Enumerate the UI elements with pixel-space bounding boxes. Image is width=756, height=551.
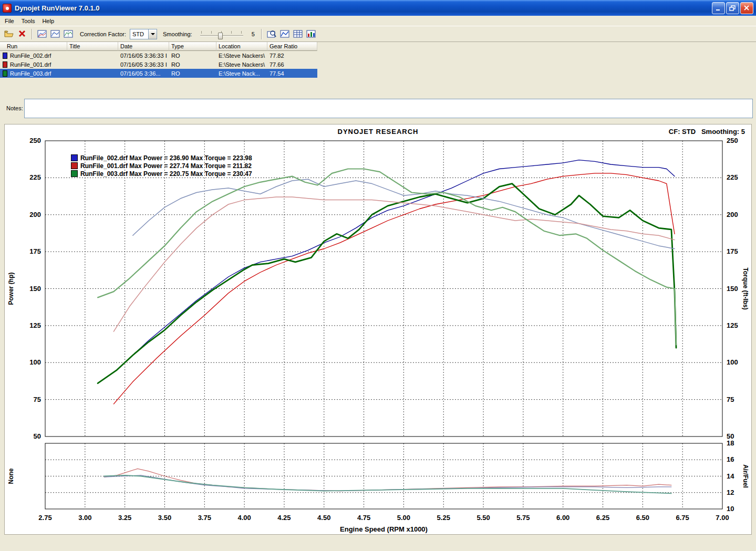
table-row[interactable]: RunFile_003.drf07/16/05 3:36...ROE:\Stev…	[0, 69, 317, 78]
svg-text:4.00: 4.00	[237, 514, 251, 522]
smoothing-slider[interactable]	[199, 29, 244, 39]
svg-text:225: 225	[727, 173, 738, 181]
stack-graph-button[interactable]	[63, 28, 74, 40]
svg-text:10: 10	[727, 505, 734, 513]
restore-button[interactable]	[726, 2, 739, 14]
svg-text:75: 75	[34, 396, 41, 403]
legend-swatch	[71, 154, 78, 161]
svg-text:3.00: 3.00	[78, 514, 91, 522]
table-cell: 07/16/05 3:36...	[118, 69, 169, 78]
svg-text:200: 200	[29, 211, 41, 219]
svg-text:6.50: 6.50	[636, 514, 649, 522]
table-row[interactable]: RunFile_001.drf07/16/05 3:36:33 IROE:\St…	[0, 60, 317, 69]
run-color-swatch	[3, 70, 7, 77]
table-cell: RO	[169, 60, 216, 69]
delete-x-icon	[18, 30, 26, 38]
table-cell: RO	[169, 51, 216, 60]
table-cell: 07/16/05 3:36:33 I	[118, 51, 169, 60]
slider-thumb[interactable]	[218, 33, 223, 39]
notes-input[interactable]	[24, 99, 753, 118]
title-bar[interactable]: Dynojet RunViewer 7.0.1.0	[0, 0, 756, 16]
chart-title: DYNOJET RESEARCH	[5, 128, 751, 136]
legend-item: RunFile_001.drf Max Power = 227.74 Max T…	[71, 162, 252, 170]
smoothing-label: Smoothing:	[163, 31, 192, 37]
svg-text:125: 125	[727, 321, 738, 329]
table-cell: RunFile_002.drf	[0, 51, 67, 60]
table-cell: E:\Steve Nackers\	[216, 51, 267, 60]
menu-help[interactable]: Help	[39, 17, 59, 25]
svg-text:16: 16	[727, 455, 734, 463]
chart-legend: RunFile_002.drf Max Power = 236.90 Max T…	[71, 154, 252, 178]
legend-label: RunFile_003.drf Max Power = 220.75 Max T…	[80, 170, 252, 178]
table-cell: E:\Steve Nack...	[216, 69, 267, 78]
svg-text:3.25: 3.25	[118, 514, 131, 522]
open-file-button[interactable]	[3, 28, 15, 40]
zoom-graph-button[interactable]	[266, 28, 277, 40]
run-table-body: RunFile_002.drf07/16/05 3:36:33 IROE:\St…	[0, 51, 317, 78]
svg-text:100: 100	[29, 358, 41, 366]
table-cell: 77.54	[267, 69, 317, 78]
toolbar: Correction Factor: STD Smoothing: 5	[0, 26, 756, 42]
svg-text:Air/Fuel: Air/Fuel	[742, 464, 749, 488]
svg-text:3.50: 3.50	[158, 514, 171, 522]
minimize-button[interactable]	[712, 2, 725, 14]
svg-text:150: 150	[727, 285, 738, 293]
svg-text:4.50: 4.50	[317, 514, 330, 522]
table-cell: RunFile_003.drf	[0, 69, 67, 78]
legend-item: RunFile_002.drf Max Power = 236.90 Max T…	[71, 154, 252, 162]
column-header-run[interactable]: Run	[0, 42, 67, 51]
svg-text:6.75: 6.75	[676, 514, 689, 522]
app-window: Dynojet RunViewer 7.0.1.0 File Tools Hel…	[0, 0, 756, 551]
svg-text:150: 150	[29, 285, 41, 293]
svg-text:5.25: 5.25	[437, 514, 450, 522]
single-graph-button[interactable]	[279, 28, 291, 40]
color-graph-button[interactable]	[305, 28, 317, 40]
legend-label: RunFile_002.drf Max Power = 236.90 Max T…	[80, 154, 252, 162]
svg-text:18: 18	[727, 439, 734, 447]
column-header-gear-ratio[interactable]: Gear Ratio	[267, 42, 317, 51]
svg-text:4.75: 4.75	[357, 514, 370, 522]
table-cell	[67, 51, 118, 60]
svg-text:250: 250	[727, 137, 738, 144]
menu-tools[interactable]: Tools	[19, 17, 40, 25]
svg-text:7.00: 7.00	[716, 514, 729, 522]
column-header-title[interactable]: Title	[67, 42, 118, 51]
graph-table-icon	[293, 30, 303, 38]
table-cell: RunFile_001.drf	[0, 60, 67, 69]
svg-text:6.25: 6.25	[596, 514, 609, 522]
svg-text:3.75: 3.75	[198, 514, 211, 522]
chevron-down-icon[interactable]	[148, 29, 157, 39]
graph-table-button[interactable]	[292, 28, 304, 40]
run-table-header: RunTitleDateTypeLocationGear Ratio	[0, 42, 317, 51]
chart-panel: 5050757510010012512515015017517520020022…	[4, 124, 752, 535]
close-button[interactable]	[740, 2, 753, 14]
compare-graph-icon	[50, 30, 60, 38]
overlay-graph-icon	[37, 30, 47, 38]
svg-text:Engine Speed (RPM x1000): Engine Speed (RPM x1000)	[340, 525, 428, 533]
svg-text:5.75: 5.75	[516, 514, 530, 522]
menu-file[interactable]: File	[2, 17, 19, 25]
svg-text:5.50: 5.50	[477, 514, 490, 522]
close-icon	[743, 5, 750, 12]
table-row[interactable]: RunFile_002.drf07/16/05 3:36:33 IROE:\St…	[0, 51, 317, 60]
svg-text:75: 75	[727, 396, 734, 403]
svg-text:250: 250	[29, 137, 41, 144]
column-header-type[interactable]: Type	[169, 42, 216, 51]
compare-graph-button[interactable]	[49, 28, 61, 40]
svg-text:Power (hp): Power (hp)	[7, 272, 15, 305]
menu-bar: File Tools Help	[0, 16, 756, 26]
legend-swatch	[71, 162, 78, 169]
table-cell	[67, 69, 118, 78]
svg-text:175: 175	[727, 247, 738, 255]
table-cell: 77.82	[267, 51, 317, 60]
correction-factor-select[interactable]: STD	[130, 29, 157, 39]
column-header-location[interactable]: Location	[216, 42, 267, 51]
column-header-date[interactable]: Date	[118, 42, 169, 51]
overlay-graph-button[interactable]	[36, 28, 48, 40]
zoom-graph-icon	[267, 30, 276, 38]
delete-run-button[interactable]	[16, 28, 28, 40]
table-cell: RO	[169, 69, 216, 78]
svg-text:14: 14	[727, 472, 734, 480]
table-cell: E:\Steve Nackers\	[216, 60, 267, 69]
run-table: RunTitleDateTypeLocationGear Ratio RunFi…	[0, 42, 317, 78]
